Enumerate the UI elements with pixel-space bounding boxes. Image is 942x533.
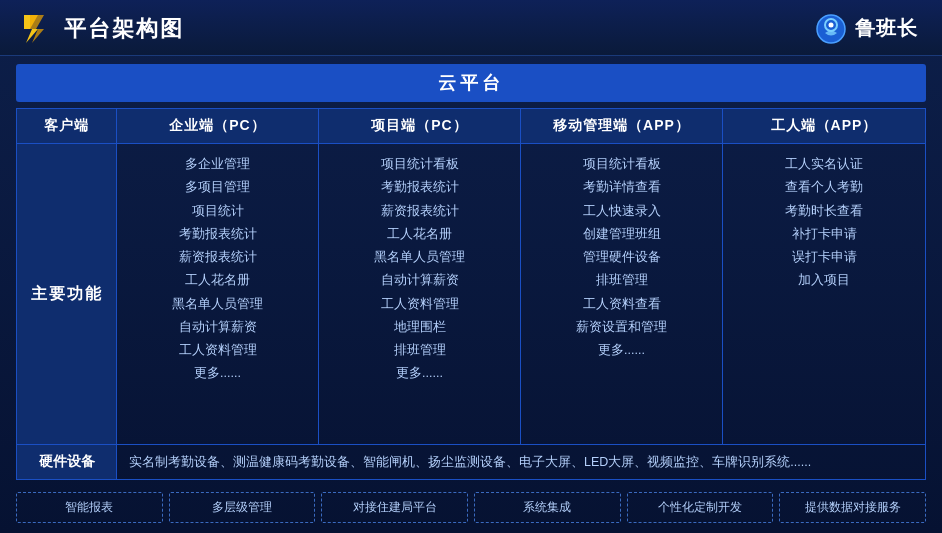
mobile-item-7: 薪资设置和管理 — [529, 317, 714, 338]
main-table: 客户端 企业端（PC） 项目端（PC） 移动管理端（APP） 工人端（APP） … — [16, 108, 926, 480]
project-item-5: 自动计算薪资 — [327, 270, 512, 291]
enterprise-item-4: 薪资报表统计 — [125, 247, 310, 268]
feature-3: 系统集成 — [474, 492, 621, 523]
hardware-content: 实名制考勤设备、测温健康码考勤设备、智能闸机、扬尘监测设备、电子大屏、LED大屏… — [117, 445, 925, 479]
feature-1: 多层级管理 — [169, 492, 316, 523]
worker-col: 工人实名认证 查看个人考勤 考勤时长查看 补打卡申请 误打卡申请 加入项目 — [723, 144, 925, 444]
enterprise-item-6: 黑名单人员管理 — [125, 294, 310, 315]
column-headers: 客户端 企业端（PC） 项目端（PC） 移动管理端（APP） 工人端（APP） — [17, 109, 925, 144]
header-left: 平台架构图 — [16, 11, 184, 47]
features-row: 智能报表 多层级管理 对接住建局平台 系统集成 个性化定制开发 提供数据对接服务 — [16, 492, 926, 523]
worker-item-3: 补打卡申请 — [731, 224, 917, 245]
brand-icon — [815, 13, 847, 45]
enterprise-col: 多企业管理 多项目管理 项目统计 考勤报表统计 薪资报表统计 工人花名册 黑名单… — [117, 144, 319, 444]
enterprise-item-5: 工人花名册 — [125, 270, 310, 291]
mobile-item-1: 考勤详情查看 — [529, 177, 714, 198]
col-header-project: 项目端（PC） — [319, 109, 521, 143]
project-item-2: 薪资报表统计 — [327, 201, 512, 222]
mobile-item-2: 工人快速录入 — [529, 201, 714, 222]
mobile-item-5: 排班管理 — [529, 270, 714, 291]
mobile-item-6: 工人资料查看 — [529, 294, 714, 315]
enterprise-item-0: 多企业管理 — [125, 154, 310, 175]
worker-item-2: 考勤时长查看 — [731, 201, 917, 222]
main-function-row: 主要功能 多企业管理 多项目管理 项目统计 考勤报表统计 薪资报表统计 工人花名… — [17, 144, 925, 444]
mobile-item-3: 创建管理班组 — [529, 224, 714, 245]
mobile-item-8: 更多...... — [529, 340, 714, 361]
project-col: 项目统计看板 考勤报表统计 薪资报表统计 工人花名册 黑名单人员管理 自动计算薪… — [319, 144, 521, 444]
page-title: 平台架构图 — [64, 14, 184, 44]
hardware-row: 硬件设备 实名制考勤设备、测温健康码考勤设备、智能闸机、扬尘监测设备、电子大屏、… — [17, 444, 925, 479]
feature-4: 个性化定制开发 — [627, 492, 774, 523]
enterprise-item-9: 更多...... — [125, 363, 310, 384]
enterprise-item-8: 工人资料管理 — [125, 340, 310, 361]
worker-item-4: 误打卡申请 — [731, 247, 917, 268]
feature-5: 提供数据对接服务 — [779, 492, 926, 523]
col-header-mobile: 移动管理端（APP） — [521, 109, 723, 143]
col-header-client: 客户端 — [17, 109, 117, 143]
brand-logo: 鲁班长 — [815, 13, 918, 45]
project-item-6: 工人资料管理 — [327, 294, 512, 315]
feature-2: 对接住建局平台 — [321, 492, 468, 523]
brand-name: 鲁班长 — [855, 15, 918, 42]
project-item-9: 更多...... — [327, 363, 512, 384]
project-item-3: 工人花名册 — [327, 224, 512, 245]
main-function-label: 主要功能 — [17, 144, 117, 444]
enterprise-item-3: 考勤报表统计 — [125, 224, 310, 245]
feature-0: 智能报表 — [16, 492, 163, 523]
enterprise-item-2: 项目统计 — [125, 201, 310, 222]
worker-item-0: 工人实名认证 — [731, 154, 917, 175]
header: 平台架构图 鲁班长 — [0, 0, 942, 56]
col-header-worker: 工人端（APP） — [723, 109, 925, 143]
project-item-7: 地理围栏 — [327, 317, 512, 338]
project-item-4: 黑名单人员管理 — [327, 247, 512, 268]
mobile-col: 项目统计看板 考勤详情查看 工人快速录入 创建管理班组 管理硬件设备 排班管理 … — [521, 144, 723, 444]
col-header-enterprise: 企业端（PC） — [117, 109, 319, 143]
mobile-item-4: 管理硬件设备 — [529, 247, 714, 268]
main-content: 云平台 客户端 企业端（PC） 项目端（PC） 移动管理端（APP） 工人端（A… — [0, 56, 942, 533]
cloud-bar: 云平台 — [16, 64, 926, 102]
project-item-1: 考勤报表统计 — [327, 177, 512, 198]
page: 平台架构图 鲁班长 云平台 客户端 企业端（PC） 项目端（PC） 移动管理端（… — [0, 0, 942, 533]
enterprise-item-7: 自动计算薪资 — [125, 317, 310, 338]
worker-item-5: 加入项目 — [731, 270, 917, 291]
project-item-8: 排班管理 — [327, 340, 512, 361]
hardware-label: 硬件设备 — [17, 445, 117, 479]
logo-icon — [16, 11, 52, 47]
worker-item-1: 查看个人考勤 — [731, 177, 917, 198]
enterprise-item-1: 多项目管理 — [125, 177, 310, 198]
mobile-item-0: 项目统计看板 — [529, 154, 714, 175]
project-item-0: 项目统计看板 — [327, 154, 512, 175]
svg-point-4 — [829, 22, 834, 27]
